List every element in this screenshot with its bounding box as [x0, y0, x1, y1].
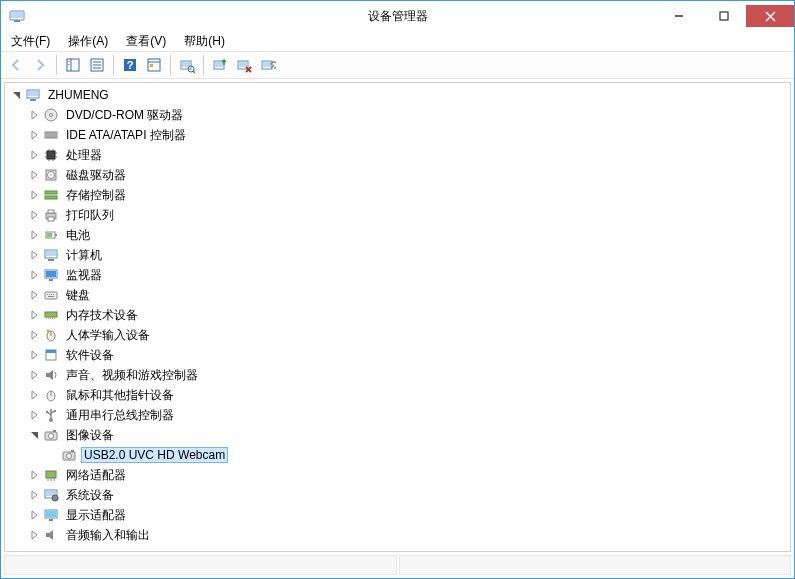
tree-item[interactable]: 键盘 [5, 285, 790, 305]
cpu-icon [43, 147, 59, 163]
tree-item[interactable]: USB2.0 UVC HD Webcam [5, 445, 790, 465]
expander-icon[interactable] [27, 227, 43, 243]
tree-item[interactable]: 系统设备 [5, 485, 790, 505]
device-tree[interactable]: ZHUMENGDVD/CD-ROM 驱动器IDE ATA/ATAPI 控制器处理… [4, 82, 791, 552]
menu-action[interactable]: 操作(A) [60, 31, 116, 52]
tree-item[interactable]: DVD/CD-ROM 驱动器 [5, 105, 790, 125]
expander-icon[interactable] [27, 387, 43, 403]
tree-item[interactable]: 鼠标和其他指针设备 [5, 385, 790, 405]
expander-icon[interactable] [27, 187, 43, 203]
toolbar-separator [113, 55, 114, 75]
expander-icon[interactable] [27, 367, 43, 383]
node-label: 处理器 [63, 146, 105, 165]
node-label: 电池 [63, 226, 93, 245]
minimize-button[interactable] [656, 5, 701, 27]
node-label: 内存技术设备 [63, 306, 141, 325]
expander-icon[interactable] [27, 427, 43, 443]
titlebar: 设备管理器 [1, 1, 794, 31]
disc-icon [43, 107, 59, 123]
tree-item[interactable]: IDE ATA/ATAPI 控制器 [5, 125, 790, 145]
svg-rect-64 [46, 251, 56, 256]
svg-rect-69 [45, 292, 57, 299]
svg-rect-74 [48, 296, 54, 297]
tree-item[interactable]: 图像设备 [5, 425, 790, 445]
expander-icon[interactable] [27, 127, 43, 143]
scan-hardware-button[interactable] [176, 54, 198, 76]
software-icon [43, 347, 59, 363]
tree-item[interactable]: 存储控制器 [5, 185, 790, 205]
content-area: ZHUMENGDVD/CD-ROM 驱动器IDE ATA/ATAPI 控制器处理… [1, 79, 794, 578]
forward-button[interactable] [29, 54, 51, 76]
svg-rect-72 [51, 294, 52, 295]
expander-icon[interactable] [9, 87, 25, 103]
display-icon [43, 507, 59, 523]
tree-root[interactable]: ZHUMENG [5, 85, 790, 105]
expander-icon[interactable] [27, 167, 43, 183]
back-button[interactable] [5, 54, 27, 76]
tree-item[interactable]: 处理器 [5, 145, 790, 165]
tree-item[interactable]: 内存技术设备 [5, 305, 790, 325]
tree-item[interactable]: 人体学输入设备 [5, 325, 790, 345]
uninstall-button[interactable] [233, 54, 255, 76]
usb-icon [43, 407, 59, 423]
keyboard-icon [43, 287, 59, 303]
node-label: 监视器 [63, 266, 105, 285]
details-button[interactable] [86, 54, 108, 76]
expander-icon[interactable] [27, 407, 43, 423]
monitor-icon [43, 267, 59, 283]
svg-rect-70 [47, 294, 48, 295]
node-label: 计算机 [63, 246, 105, 265]
properties-button[interactable] [143, 54, 165, 76]
menu-view[interactable]: 查看(V) [118, 31, 174, 52]
node-label: 系统设备 [63, 486, 117, 505]
show-hide-tree-button[interactable] [62, 54, 84, 76]
update-driver-button[interactable] [209, 54, 231, 76]
menu-file[interactable]: 文件(F) [3, 31, 58, 52]
svg-point-54 [50, 174, 52, 176]
tree-item[interactable]: 计算机 [5, 245, 790, 265]
svg-rect-75 [45, 312, 57, 317]
svg-rect-43 [47, 151, 55, 159]
tree-item[interactable]: 监视器 [5, 265, 790, 285]
close-button[interactable] [746, 5, 794, 27]
expander-icon[interactable] [27, 287, 43, 303]
tree-item[interactable]: 磁盘驱动器 [5, 165, 790, 185]
computer-icon [43, 247, 59, 263]
tree-item[interactable]: 通用串行总线控制器 [5, 405, 790, 425]
expander-icon[interactable] [27, 527, 43, 543]
expander-icon[interactable] [27, 327, 43, 343]
help-button[interactable]: ? [119, 54, 141, 76]
status-cell [4, 555, 397, 575]
menu-help[interactable]: 帮助(H) [176, 31, 233, 52]
maximize-button[interactable] [701, 5, 746, 27]
tree-item[interactable]: 声音、视频和游戏控制器 [5, 365, 790, 385]
tree-item[interactable]: 网络适配器 [5, 465, 790, 485]
node-label: 显示适配器 [63, 506, 129, 525]
expander-icon[interactable] [27, 467, 43, 483]
expander-icon[interactable] [27, 347, 43, 363]
svg-rect-62 [47, 233, 52, 237]
expander-icon[interactable] [27, 107, 43, 123]
tree-item[interactable]: 音频输入和输出 [5, 525, 790, 545]
tree-item[interactable]: 软件设备 [5, 345, 790, 365]
tree-item[interactable]: 显示适配器 [5, 505, 790, 525]
svg-point-83 [47, 330, 50, 333]
expander-icon[interactable] [27, 267, 43, 283]
toolbar-separator [56, 55, 57, 75]
svg-rect-96 [53, 430, 56, 432]
svg-rect-10 [68, 64, 70, 65]
expander-icon[interactable] [27, 247, 43, 263]
expander-icon[interactable] [27, 307, 43, 323]
expander-icon[interactable] [27, 487, 43, 503]
toolbar-separator [170, 55, 171, 75]
expander-icon[interactable] [27, 147, 43, 163]
sound-icon [43, 367, 59, 383]
svg-rect-2 [14, 20, 20, 22]
expander-icon[interactable] [27, 507, 43, 523]
svg-text:?: ? [127, 59, 134, 71]
tree-item[interactable]: 打印队列 [5, 205, 790, 225]
disable-button[interactable] [257, 54, 279, 76]
expander-icon[interactable] [27, 207, 43, 223]
svg-rect-73 [53, 294, 54, 295]
tree-item[interactable]: 电池 [5, 225, 790, 245]
